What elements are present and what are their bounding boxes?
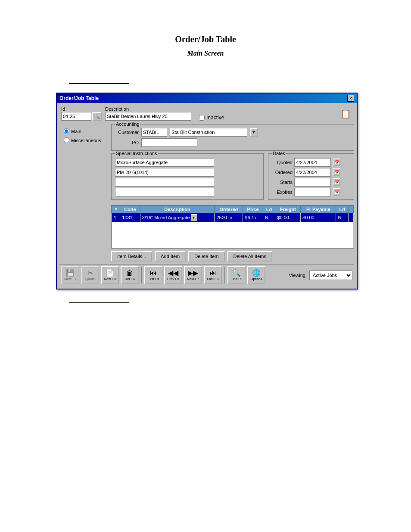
find-label: Find F9	[230, 277, 242, 281]
del-label: Del F4	[125, 277, 135, 281]
miscellaneous-radio-item[interactable]: Miscellaneous	[64, 137, 111, 143]
item-details-button[interactable]: Item Details...	[111, 251, 152, 261]
col-scroll	[349, 206, 354, 213]
quoted-row: Quoted 📅	[272, 158, 350, 167]
prev-icon: ◀◀	[168, 270, 178, 277]
prev-label: Prev F6	[167, 277, 179, 281]
title-bar: Order/Job Table ×	[57, 93, 357, 103]
toolbar-separator-1	[141, 267, 142, 283]
quote-button[interactable]: ✂ Quote	[81, 266, 99, 284]
dates-label: Dates	[272, 151, 286, 156]
close-button[interactable]: ×	[347, 95, 354, 102]
si-input-2[interactable]	[115, 168, 214, 177]
ordered-label: Ordered	[272, 170, 293, 175]
starts-row: Starts 📅	[272, 178, 350, 187]
viewing-select[interactable]: Active Jobs All Jobs Inactive Jobs	[309, 271, 352, 280]
new-icon: 📄	[106, 270, 114, 277]
save-button[interactable]: 💾 Save F1	[61, 266, 79, 284]
starts-label: Starts	[272, 180, 293, 185]
quoted-input[interactable]	[294, 158, 331, 167]
cell-fr-payable: $0.00	[301, 213, 336, 222]
customer-name-input[interactable]	[170, 128, 247, 137]
quoted-calendar-button[interactable]: 📅	[333, 159, 340, 166]
last-button[interactable]: ⏭ Last F8	[204, 266, 222, 284]
ordered-row: Ordered 📅	[272, 168, 350, 177]
first-button[interactable]: ⏮ First F5	[144, 266, 162, 284]
ordered-input[interactable]	[294, 168, 331, 177]
expires-row: Expires 📅	[272, 188, 350, 196]
po-label: PO	[115, 140, 139, 145]
main-radio[interactable]	[64, 128, 69, 134]
description-dropdown-btn[interactable]: ▼	[191, 214, 197, 221]
cell-code: 1081	[120, 213, 140, 222]
add-item-button[interactable]: Add Item	[155, 251, 186, 261]
po-input[interactable]	[141, 138, 197, 147]
col-code: Code	[120, 206, 140, 213]
action-buttons-row: Item Details... Add Item Delete Item Del…	[111, 251, 354, 261]
expires-calendar-button[interactable]: 📅	[333, 188, 340, 196]
special-instructions-section: Special Instructions	[111, 153, 264, 200]
cell-price: $6.17	[243, 213, 263, 222]
page-title: Order/Job Table	[0, 0, 411, 44]
items-table-wrapper: # Code Description Ordered Price Ld Frei…	[111, 205, 354, 249]
cell-ld: N	[263, 213, 275, 222]
cell-freight: $0.00	[275, 213, 301, 222]
expires-input[interactable]	[294, 188, 331, 196]
special-instructions-label: Special Instructions	[115, 151, 158, 156]
prev-button[interactable]: ◀◀ Prev F6	[164, 266, 182, 284]
accounting-label: Accounting	[115, 121, 140, 127]
col-description: Description	[140, 206, 215, 213]
find-icon: 🔍	[232, 270, 241, 277]
customer-id-input[interactable]	[141, 128, 167, 137]
accounting-section: Accounting Customer ▼ PO	[111, 124, 354, 151]
col-freight: Freight	[275, 206, 301, 213]
next-button[interactable]: ▶▶ Next F7	[184, 266, 202, 284]
inactive-row: Inactive	[199, 115, 224, 121]
quote-label: Quote	[85, 277, 95, 281]
description-label: Description	[105, 106, 191, 112]
quoted-label: Quoted	[272, 160, 293, 165]
starts-input[interactable]	[294, 178, 331, 187]
main-radio-item[interactable]: Main	[64, 128, 111, 134]
viewing-section: Viewing: Active Jobs All Jobs Inactive J…	[289, 271, 352, 280]
page-subtitle: Main Screen	[0, 44, 411, 57]
del-button[interactable]: 🗑 Del F4	[121, 266, 139, 284]
delete-item-button[interactable]: Delete Item	[188, 251, 224, 261]
ordered-calendar-button[interactable]: 📅	[333, 168, 340, 176]
first-label: First F5	[147, 277, 159, 281]
description-input[interactable]	[105, 112, 191, 121]
col-fr-payable: Fr Payable	[301, 206, 336, 213]
window-wrapper: Order/Job Table × Id 🔍 Description	[56, 93, 358, 289]
cell-ld2: N	[336, 213, 349, 222]
cell-num: 1	[112, 213, 120, 222]
next-icon: ▶▶	[188, 270, 198, 277]
last-icon: ⏭	[209, 270, 216, 277]
col-ld2: Ld	[336, 206, 349, 213]
table-empty-row	[112, 222, 354, 248]
search-button[interactable]: 🔍	[92, 112, 102, 121]
find-button[interactable]: 🔍 Find F9	[227, 266, 246, 284]
customer-dropdown-button[interactable]: ▼	[250, 128, 258, 137]
col-num: #	[112, 206, 120, 213]
save-label: Save F1	[64, 277, 77, 281]
id-input[interactable]	[61, 112, 91, 121]
next-label: Next F7	[187, 277, 199, 281]
id-field-group: Id 🔍	[61, 106, 102, 121]
si-input-3[interactable]	[115, 178, 214, 187]
miscellaneous-radio[interactable]	[64, 137, 69, 143]
si-input-4[interactable]	[115, 188, 214, 196]
new-button[interactable]: 📄 New F3	[101, 266, 119, 284]
left-nav: Main Miscellaneous	[59, 124, 111, 264]
starts-calendar-button[interactable]: 📅	[333, 178, 340, 186]
delete-all-items-button[interactable]: Delete All Items	[227, 251, 272, 261]
table-row[interactable]: 1 1081 3/16" Mixed Aggregate ▼ 2500 tn	[112, 213, 354, 222]
new-label: New F3	[104, 277, 116, 281]
col-ordered: Ordered	[215, 206, 243, 213]
customer-row: Customer ▼	[115, 128, 350, 137]
cell-ordered: 2500 tn	[215, 213, 243, 222]
options-button[interactable]: 🌐 Options	[247, 266, 265, 284]
si-input-1[interactable]	[115, 158, 214, 167]
inactive-checkbox[interactable]	[199, 115, 205, 121]
last-label: Last F8	[207, 277, 219, 281]
divider-top	[69, 83, 129, 84]
